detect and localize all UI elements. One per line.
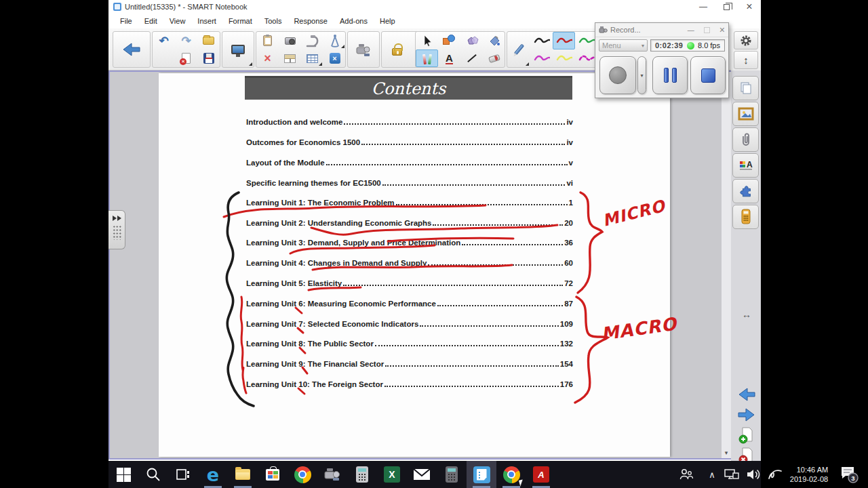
lock-button[interactable] bbox=[382, 32, 412, 67]
back-button[interactable] bbox=[113, 32, 150, 67]
toolbox-button[interactable]: × bbox=[323, 49, 346, 67]
fit-width-button[interactable]: ↔ bbox=[736, 305, 757, 324]
tab-page-sorter[interactable] bbox=[732, 76, 759, 100]
redo-button[interactable]: ↷ bbox=[175, 32, 197, 49]
menu-tools[interactable]: Tools bbox=[258, 15, 288, 27]
camera-button[interactable] bbox=[279, 32, 301, 49]
search-button[interactable] bbox=[138, 461, 168, 488]
record-button[interactable] bbox=[599, 56, 636, 94]
tab-properties[interactable]: A bbox=[732, 153, 759, 178]
taskbar-file-explorer[interactable] bbox=[228, 461, 258, 488]
previous-page-button[interactable] bbox=[736, 385, 757, 404]
move-toolbar-button[interactable]: ↕ bbox=[734, 51, 758, 69]
record-options-dropdown[interactable]: ▾ bbox=[637, 56, 646, 94]
recorder-maximize-button[interactable] bbox=[704, 27, 710, 33]
scroll-down-arrow[interactable]: ▾ bbox=[725, 449, 728, 456]
dropdown-corner bbox=[319, 62, 322, 66]
line-tool[interactable] bbox=[460, 49, 483, 67]
shapes-tool[interactable] bbox=[438, 32, 460, 49]
open-file-button[interactable] bbox=[197, 32, 220, 49]
recording-fps: 8.0 fps bbox=[698, 41, 720, 49]
screen-capture-button[interactable] bbox=[222, 32, 254, 67]
close-button[interactable]: × bbox=[738, 0, 761, 14]
action-center-button[interactable]: 3 bbox=[835, 461, 863, 488]
ink-tray-icon[interactable] bbox=[765, 461, 785, 488]
polygons-tool[interactable] bbox=[460, 32, 483, 49]
tab-gallery[interactable] bbox=[732, 102, 759, 126]
text-tool[interactable]: A bbox=[438, 49, 460, 67]
taskbar-clock[interactable]: 10:46 AM 2019-02-08 bbox=[785, 461, 833, 488]
select-tool[interactable] bbox=[416, 32, 438, 49]
task-view-button[interactable] bbox=[168, 461, 198, 488]
stop-button[interactable] bbox=[690, 56, 726, 94]
people-button[interactable] bbox=[677, 461, 696, 488]
table-button[interactable] bbox=[301, 49, 323, 67]
menu-addons[interactable]: Add-ons bbox=[334, 15, 374, 27]
gear-icon bbox=[739, 34, 753, 47]
vertical-scrollbar[interactable]: ▴ ▾ bbox=[722, 72, 731, 458]
pause-button[interactable] bbox=[652, 56, 688, 94]
toolbar-spacer bbox=[153, 49, 175, 67]
lecture-recorder-button[interactable] bbox=[348, 32, 379, 67]
chrome-icon-2 bbox=[503, 466, 520, 483]
clipboard-icon bbox=[263, 35, 272, 46]
tab-response[interactable] bbox=[732, 205, 759, 229]
taskbar-smart-notebook[interactable] bbox=[467, 461, 496, 488]
restore-button[interactable] bbox=[715, 0, 738, 14]
recorder-title-bar[interactable]: Record... — × bbox=[595, 23, 728, 37]
taskbar-edge[interactable]: e bbox=[198, 461, 228, 488]
measurement-tools-button[interactable] bbox=[323, 32, 346, 49]
menu-insert[interactable]: Insert bbox=[191, 15, 222, 27]
taskbar-calculator[interactable] bbox=[347, 461, 377, 488]
pen-color-yellow[interactable] bbox=[553, 49, 575, 67]
pen-color-red[interactable] bbox=[553, 32, 575, 49]
tab-attachments[interactable] bbox=[732, 127, 759, 152]
screen-shade-button[interactable] bbox=[279, 49, 301, 67]
black-squiggle-icon bbox=[534, 36, 550, 45]
taskbar-mail[interactable] bbox=[407, 461, 437, 488]
recorder-menu-dropdown[interactable]: Menu ▾ bbox=[599, 39, 648, 52]
taskbar-chrome[interactable] bbox=[288, 461, 317, 488]
paste-capture-button[interactable] bbox=[256, 32, 279, 49]
start-button[interactable] bbox=[108, 461, 138, 488]
toc-page: 72 bbox=[564, 279, 573, 287]
pen-color-black[interactable] bbox=[530, 32, 553, 49]
taskbar-acrobat[interactable]: A bbox=[526, 461, 556, 488]
taskbar-excel[interactable]: X bbox=[377, 461, 407, 488]
network-tray-icon[interactable] bbox=[722, 461, 742, 488]
undo-button[interactable]: ↶ bbox=[153, 32, 175, 49]
delete-page-button[interactable]: × bbox=[175, 49, 197, 67]
taskbar-calculator-2[interactable] bbox=[437, 461, 467, 488]
recorder-close-button[interactable]: × bbox=[719, 24, 725, 35]
volume-tray-icon[interactable] bbox=[743, 461, 764, 488]
menu-edit[interactable]: Edit bbox=[138, 15, 163, 27]
page-sorter-flyout-tab[interactable] bbox=[108, 210, 125, 249]
fill-tool[interactable] bbox=[483, 32, 505, 49]
eraser-tool[interactable] bbox=[483, 49, 505, 67]
menu-response[interactable]: Response bbox=[288, 15, 334, 27]
toc-page: 36 bbox=[564, 239, 573, 247]
pen-color-magenta[interactable] bbox=[530, 49, 553, 67]
toc-page: 1 bbox=[569, 199, 573, 207]
next-page-button[interactable] bbox=[736, 405, 757, 424]
taskbar-recorder[interactable] bbox=[317, 461, 347, 488]
document-camera-button[interactable] bbox=[301, 32, 323, 49]
notebook-page[interactable]: Contents Introduction and welcomeiv Outc… bbox=[159, 73, 670, 457]
tray-chevron-button[interactable]: ∧ bbox=[703, 461, 722, 488]
menu-format[interactable]: Format bbox=[222, 15, 258, 27]
pens-tool[interactable] bbox=[416, 49, 438, 67]
menu-help[interactable]: Help bbox=[374, 15, 401, 27]
save-button[interactable] bbox=[197, 49, 220, 67]
recorder-minimize-button[interactable]: — bbox=[688, 26, 694, 34]
add-page-button[interactable] bbox=[736, 426, 757, 445]
pen-button[interactable] bbox=[507, 32, 530, 67]
taskbar-chrome-2[interactable] bbox=[496, 461, 526, 488]
delete-button[interactable]: × bbox=[256, 49, 279, 67]
taskbar-store[interactable] bbox=[258, 461, 288, 488]
menu-view[interactable]: View bbox=[163, 15, 192, 27]
menu-file[interactable]: File bbox=[114, 15, 138, 27]
settings-button[interactable] bbox=[734, 31, 758, 49]
tab-addons[interactable] bbox=[732, 179, 759, 203]
screen-capture-icon bbox=[231, 45, 245, 54]
minimize-button[interactable]: — bbox=[692, 0, 715, 14]
